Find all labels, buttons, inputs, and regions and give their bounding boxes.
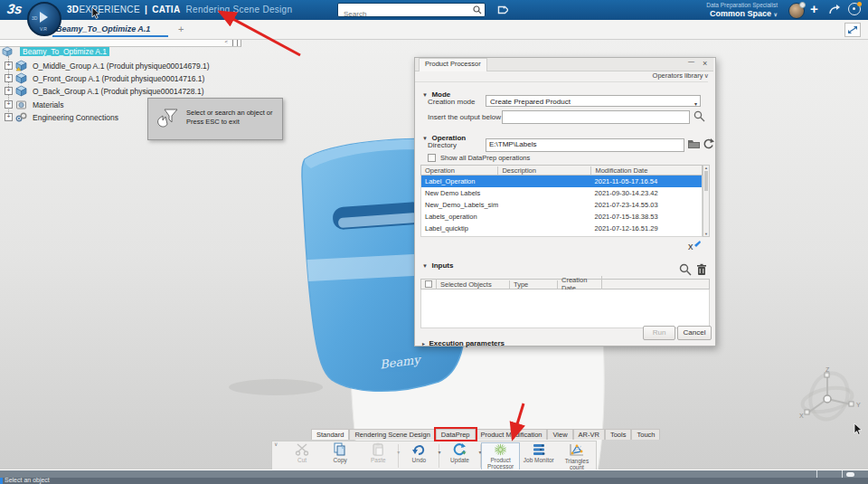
directory-label: Directory: [428, 141, 457, 149]
creation-mode-select[interactable]: Create Prepared Product ▾: [486, 95, 701, 107]
scroll-up-icon[interactable]: ▲: [703, 166, 709, 170]
insert-output-field[interactable]: [502, 110, 690, 124]
toolbar-collapse-icon[interactable]: ∨: [274, 441, 278, 447]
table-row[interactable]: New_Demo_Labels_simplified2021-07-23-14.…: [421, 199, 702, 211]
materials-icon: [15, 99, 27, 110]
select-all-checkbox[interactable]: [425, 280, 432, 288]
col-operation[interactable]: Operation: [421, 166, 498, 175]
document-tab[interactable]: Beamy_To_Optimize A.1: [56, 24, 150, 33]
cancel-button[interactable]: Cancel: [677, 326, 712, 340]
action-bar: ∨ Cut Copy: [271, 441, 597, 470]
directory-input[interactable]: [486, 139, 684, 149]
refresh-icon[interactable]: [703, 138, 714, 150]
search-input[interactable]: [342, 9, 463, 19]
trash-icon[interactable]: [696, 263, 707, 276]
expand-plus-icon[interactable]: +: [5, 62, 13, 70]
tree-row-front-group[interactable]: + O_Front_Group A.1 (Produit physique000…: [5, 72, 204, 84]
inputs-table-header[interactable]: Selected Objects Type Creation Date: [420, 279, 710, 289]
col-selected-objects[interactable]: Selected Objects: [437, 280, 510, 289]
share-icon[interactable]: [828, 4, 841, 15]
tree-row-back-group[interactable]: + O_Back_Group A.1 (Produit physique0001…: [5, 85, 204, 97]
tab-rendering-scene-design[interactable]: Rendering Scene Design: [349, 429, 435, 440]
search-icon[interactable]: [473, 5, 482, 14]
scroll-handle[interactable]: [846, 472, 854, 477]
compass-play-icon[interactable]: [40, 12, 48, 23]
3ds-logo[interactable]: 3s: [6, 1, 24, 16]
tree-row-middle-group[interactable]: + O_Middle_Group A.1 (Produit physique00…: [5, 60, 210, 71]
tree-row-engineering-connections[interactable]: + Engineering Connections: [5, 111, 118, 123]
expand-plus-icon[interactable]: +: [5, 100, 13, 109]
col-type[interactable]: Type: [510, 280, 558, 289]
tree-root-label[interactable]: Beamy_To_Optimize A.1: [20, 47, 109, 56]
tab-touch[interactable]: Touch: [631, 429, 660, 440]
platform-compass-icon[interactable]: [848, 3, 861, 15]
search-object-icon[interactable]: [693, 110, 705, 122]
directory-field[interactable]: [486, 138, 684, 152]
insert-output-input[interactable]: [503, 111, 689, 121]
execution-section-header[interactable]: ▸ Execution parameters: [422, 333, 505, 349]
tab-view[interactable]: View: [547, 429, 572, 440]
splitter-handle[interactable]: [232, 40, 238, 46]
tree-item-label[interactable]: O_Middle_Group A.1 (Produit physique0001…: [33, 62, 210, 71]
tree-row-root[interactable]: Beamy_To_Optimize A.1: [2, 46, 109, 57]
close-icon[interactable]: ×: [703, 59, 707, 68]
expand-plus-icon[interactable]: +: [5, 74, 13, 82]
update-button[interactable]: Update ▾: [440, 442, 478, 470]
copy-button[interactable]: Copy: [321, 442, 359, 470]
table-row[interactable]: Label_quicktip2021-07-12-16.51.29: [421, 223, 702, 234]
update-icon: [452, 442, 467, 456]
triangles-count-button[interactable]: Triangles count: [558, 442, 596, 470]
tab-tools[interactable]: Tools: [605, 429, 632, 440]
search-box[interactable]: [337, 3, 486, 17]
tab-ar-vr[interactable]: AR-VR: [573, 429, 605, 440]
minimize-icon[interactable]: —: [688, 58, 694, 64]
col-description[interactable]: Description: [498, 166, 591, 175]
show-all-row[interactable]: Show all DataPrep operations: [428, 154, 530, 162]
undo-button[interactable]: Undo ▾: [400, 442, 438, 470]
expand-viewport-button[interactable]: [844, 23, 861, 37]
tree-item-label[interactable]: Materials: [33, 100, 63, 109]
inputs-search-icon[interactable]: [679, 263, 692, 276]
collab-space-selector[interactable]: Common Space ∨: [687, 9, 778, 18]
operators-library-dropdown[interactable]: Operators library v: [415, 71, 708, 82]
expand-plus-icon[interactable]: +: [5, 113, 13, 121]
paste-button[interactable]: Paste ▾: [359, 442, 397, 470]
expand-plus-icon[interactable]: +: [5, 87, 13, 95]
bottom-scroll-strip[interactable]: [0, 470, 868, 478]
tab-product-modification[interactable]: Product Modification: [476, 429, 548, 440]
tree-item-label[interactable]: O_Front_Group A.1 (Produit physique00014…: [33, 74, 204, 83]
axis-y-label: Y: [856, 402, 861, 408]
show-all-checkbox[interactable]: [428, 154, 436, 162]
table-row[interactable]: Labels_operation2021-07-15-18.38.53: [421, 211, 702, 223]
new-tab-button[interactable]: +: [178, 24, 184, 34]
dialog-title-tab[interactable]: Product Processor: [419, 58, 487, 71]
avatar[interactable]: [788, 3, 805, 19]
col-modification-date[interactable]: Modification Date: [591, 166, 702, 175]
tree-item-label[interactable]: Engineering Connections: [33, 113, 118, 122]
operations-table-header[interactable]: Operation Description Modification Date: [420, 165, 703, 176]
folder-browse-icon[interactable]: [687, 138, 701, 150]
tab-dataprep[interactable]: DataPrep: [436, 429, 476, 440]
tree-row-materials[interactable]: + Materials: [5, 99, 63, 110]
compass-icon[interactable]: V.R 3D: [27, 2, 61, 36]
scissors-icon: [295, 442, 309, 456]
tab-standard[interactable]: Standard: [311, 429, 349, 440]
inputs-table-body[interactable]: [420, 289, 710, 328]
add-app-button[interactable]: +: [810, 1, 818, 16]
table-row[interactable]: Label_Operation2021-11-05-17.16.54: [421, 176, 702, 187]
run-button[interactable]: Run: [643, 326, 675, 340]
edit-operation-button[interactable]: x: [686, 239, 701, 251]
insert-output-label: Insert the output below: [428, 113, 501, 121]
table-scrollbar[interactable]: ▲ ▼: [703, 165, 710, 237]
scroll-down-icon[interactable]: ▼: [703, 232, 709, 236]
product-processor-button[interactable]: Product Processor: [481, 442, 519, 470]
inputs-section-header[interactable]: ▼ Inputs: [422, 255, 453, 271]
paste-icon: [371, 442, 385, 456]
scroll-thumb[interactable]: [704, 171, 708, 191]
cut-button[interactable]: Cut: [283, 442, 321, 470]
tree-item-label[interactable]: O_Back_Group A.1 (Produit physique000147…: [33, 87, 204, 96]
job-monitor-button[interactable]: Job Monitor: [520, 442, 558, 470]
presence-dot: [799, 2, 806, 8]
table-row[interactable]: New Demo Labels2021-09-30-14.23.42: [421, 187, 702, 199]
tag-icon[interactable]: [495, 4, 508, 16]
